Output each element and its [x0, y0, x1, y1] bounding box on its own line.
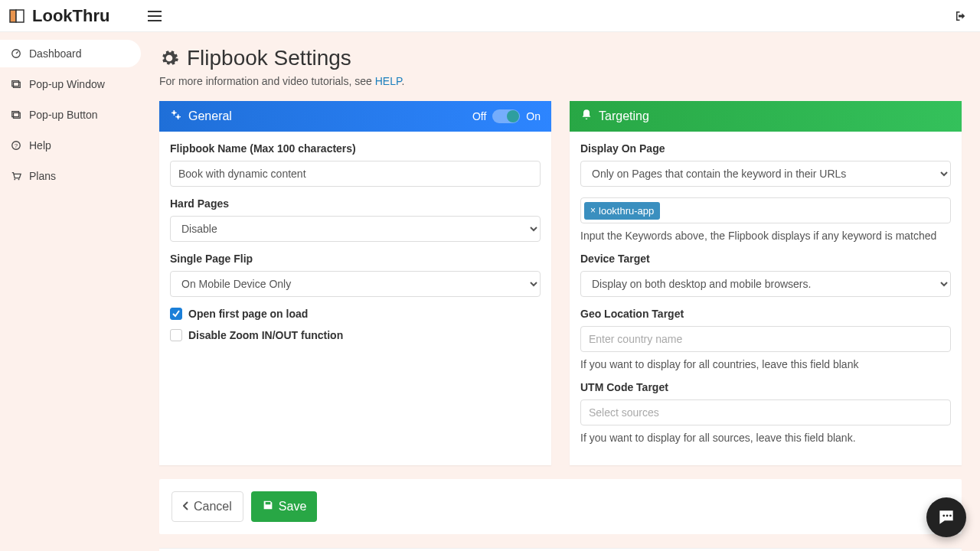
page-title: Flipbook Settings: [187, 46, 351, 70]
top-nav: LookThru: [0, 0, 980, 32]
panel-targeting-header: Targeting: [570, 101, 962, 132]
actions-bar: Cancel Save: [159, 479, 962, 534]
toggle-off-label: Off: [472, 110, 486, 122]
sidebar-item-dashboard[interactable]: Dashboard: [0, 40, 141, 67]
sidebar-item-popup-button[interactable]: Pop-up Button: [0, 101, 141, 129]
help-icon: ?: [11, 140, 21, 151]
svg-point-7: [14, 179, 15, 181]
geo-target-input[interactable]: [580, 326, 951, 352]
cancel-button[interactable]: Cancel: [172, 491, 243, 522]
bell-icon: [580, 109, 593, 124]
disable-zoom-checkbox[interactable]: [170, 329, 182, 341]
utm-help: If you want to display for all sources, …: [580, 432, 951, 444]
svg-point-8: [18, 179, 20, 181]
toggle-on-label: On: [526, 110, 541, 122]
dashboard-icon: [11, 48, 21, 59]
sidebar-item-popup-window[interactable]: Pop-up Window: [0, 70, 141, 98]
svg-point-11: [942, 514, 945, 517]
panel-targeting: Targeting Display On Page Only on Pages …: [570, 101, 962, 465]
open-first-checkbox[interactable]: [170, 308, 182, 320]
hard-pages-select[interactable]: Disable: [170, 216, 541, 242]
svg-point-12: [946, 514, 949, 517]
content: Flipbook Settings For more information a…: [141, 32, 980, 551]
flipbook-name-label: Flipbook Name (Max 100 characters): [170, 142, 541, 155]
open-first-label: Open first page on load: [188, 308, 308, 320]
svg-point-13: [949, 514, 952, 517]
sidebar-item-label: Dashboard: [29, 47, 82, 60]
logout-icon[interactable]: [954, 9, 968, 23]
cart-icon: [11, 171, 21, 181]
save-icon: [262, 499, 274, 514]
gears-icon: [170, 109, 182, 124]
display-on-page-select[interactable]: Only on Pages that contain the keyword i…: [580, 161, 951, 187]
footer: Developed by Lorem Ipsum Corp.: [159, 548, 962, 551]
svg-point-10: [177, 116, 180, 119]
help-link[interactable]: HELP: [375, 75, 402, 87]
gear-icon: [159, 48, 179, 68]
general-toggle[interactable]: [492, 109, 520, 123]
disable-zoom-label: Disable Zoom IN/OUT function: [188, 329, 343, 341]
panel-targeting-title: Targeting: [599, 109, 649, 123]
brand-name: LookThru: [32, 6, 109, 26]
brand: LookThru: [8, 6, 162, 26]
keywords-input[interactable]: × lookthru-app: [580, 197, 951, 223]
sidebar-item-help[interactable]: ? Help: [0, 132, 141, 159]
svg-text:?: ?: [15, 142, 18, 149]
device-target-select[interactable]: Display on both desktop and mobile brows…: [580, 271, 951, 297]
sidebar-item-plans[interactable]: Plans: [0, 162, 141, 190]
page-subtitle: For more information and video tutorials…: [159, 75, 962, 87]
window-icon: [11, 79, 21, 90]
tag-remove-icon[interactable]: ×: [590, 205, 596, 216]
flipbook-name-input[interactable]: [170, 161, 541, 187]
sidebar-item-label: Pop-up Button: [29, 109, 98, 121]
keywords-help: Input the Keywords above, the Flipbook d…: [580, 230, 951, 242]
svg-point-9: [172, 111, 175, 114]
utm-target-label: UTM Code Target: [580, 381, 951, 393]
sidebar-item-label: Plans: [29, 170, 56, 182]
geo-help: If you want to display for all countries…: [580, 358, 951, 370]
display-on-page-label: Display On Page: [580, 142, 951, 155]
panel-general: General Off On Flipbook Name (Max 100 ch…: [159, 101, 551, 465]
button-icon: [11, 109, 21, 120]
keyword-tag: × lookthru-app: [584, 202, 660, 220]
book-icon: [8, 7, 26, 25]
panel-general-header: General Off On: [159, 101, 551, 132]
geo-target-label: Geo Location Target: [580, 308, 951, 320]
save-button[interactable]: Save: [251, 491, 317, 522]
panel-general-title: General: [188, 109, 232, 123]
device-target-label: Device Target: [580, 253, 951, 265]
hard-pages-label: Hard Pages: [170, 197, 541, 210]
sidebar: Dashboard Pop-up Window Pop-up Button ? …: [0, 32, 141, 551]
sidebar-item-label: Help: [29, 139, 51, 152]
chevron-left-icon: [183, 500, 189, 514]
chat-button[interactable]: [926, 497, 966, 537]
single-page-select[interactable]: On Mobile Device Only: [170, 271, 541, 297]
single-page-label: Single Page Flip: [170, 253, 541, 265]
menu-icon[interactable]: [148, 11, 162, 21]
utm-target-input[interactable]: [580, 399, 951, 425]
sidebar-item-label: Pop-up Window: [29, 78, 105, 90]
